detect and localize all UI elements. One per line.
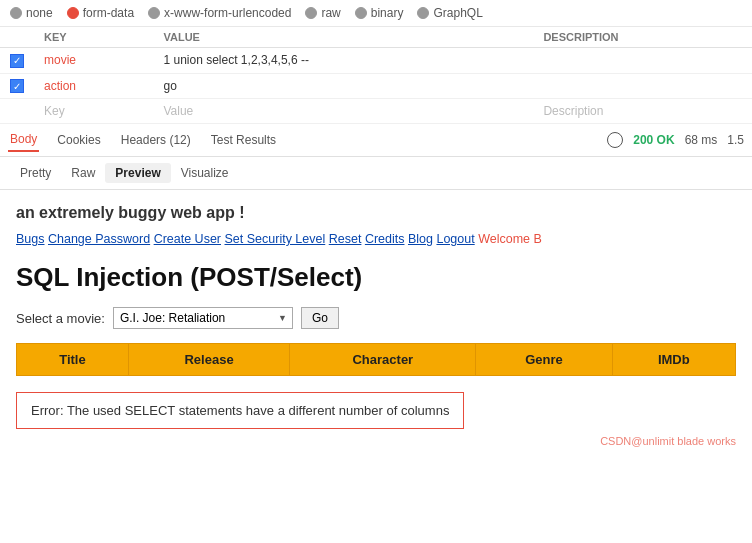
movie-select[interactable]: G.I. Joe: Retaliation [113, 307, 293, 329]
results-table: Title Release Character Genre IMDb [16, 343, 736, 376]
nav-link-credits[interactable]: Credits [365, 232, 405, 246]
tab-headers[interactable]: Headers (12) [119, 129, 193, 151]
col-header-description: DESCRIPTION [533, 27, 752, 48]
row1-checkbox-cell[interactable]: ✓ [0, 48, 34, 74]
table-row: ✓ movie 1 union select 1,2,3,4,5,6 -- [0, 48, 752, 74]
sub-tab-row: Pretty Raw Preview Visualize [0, 157, 752, 190]
col-header-check [0, 27, 34, 48]
go-button[interactable]: Go [301, 307, 339, 329]
nav-link-change-password[interactable]: Change Password [48, 232, 150, 246]
select-row: Select a movie: G.I. Joe: Retaliation Go [16, 307, 736, 329]
radio-none[interactable]: none [10, 6, 53, 20]
tab-cookies[interactable]: Cookies [55, 129, 102, 151]
params-table: KEY VALUE DESCRIPTION ✓ movie 1 union se… [0, 27, 752, 124]
response-status: 200 OK 68 ms 1.5 [607, 132, 744, 148]
radio-label-none: none [26, 6, 53, 20]
radio-urlencoded[interactable]: x-www-form-urlencoded [148, 6, 291, 20]
table-row: ✓ action go [0, 73, 752, 99]
sub-tab-raw[interactable]: Raw [61, 163, 105, 183]
results-col-imdb: IMDb [612, 344, 735, 376]
results-col-genre: Genre [476, 344, 612, 376]
radio-label-urlencoded: x-www-form-urlencoded [164, 6, 291, 20]
radio-label-raw: raw [321, 6, 340, 20]
response-tab-row: Body Cookies Headers (12) Test Results 2… [0, 124, 752, 157]
radio-graphql[interactable]: GraphQL [417, 6, 482, 20]
radio-label-binary: binary [371, 6, 404, 20]
results-col-character: Character [290, 344, 476, 376]
row1-key[interactable]: movie [34, 48, 153, 74]
row2-checkbox-cell[interactable]: ✓ [0, 73, 34, 99]
row2-value[interactable]: go [153, 73, 533, 99]
error-box: Error: The used SELECT statements have a… [16, 392, 464, 429]
row1-value[interactable]: 1 union select 1,2,3,4,5,6 -- [153, 48, 533, 74]
nav-links: Bugs Change Password Create User Set Sec… [16, 232, 736, 246]
placeholder-value[interactable]: Value [153, 99, 533, 124]
radio-label-form-data: form-data [83, 6, 134, 20]
table-row-placeholder: Key Value Description [0, 99, 752, 124]
radio-raw[interactable]: raw [305, 6, 340, 20]
select-movie-label: Select a movie: [16, 311, 105, 326]
radio-dot-none [10, 7, 22, 19]
select-wrapper: G.I. Joe: Retaliation [113, 307, 293, 329]
col-header-key: KEY [34, 27, 153, 48]
body-type-selector: none form-data x-www-form-urlencoded raw… [0, 0, 752, 27]
nav-link-logout[interactable]: Logout [436, 232, 474, 246]
row2-key[interactable]: action [34, 73, 153, 99]
placeholder-key[interactable]: Key [34, 99, 153, 124]
nav-link-bugs[interactable]: Bugs [16, 232, 45, 246]
row1-description[interactable] [533, 48, 752, 74]
watermark: CSDN@unlimit blade works [16, 435, 736, 447]
radio-dot-raw [305, 7, 317, 19]
sub-tab-pretty[interactable]: Pretty [10, 163, 61, 183]
nav-link-security-level[interactable]: Set Security Level [225, 232, 326, 246]
radio-dot-graphql [417, 7, 429, 19]
results-col-release: Release [128, 344, 289, 376]
col-header-value: VALUE [153, 27, 533, 48]
status-code: 200 OK [633, 133, 674, 147]
radio-form-data[interactable]: form-data [67, 6, 134, 20]
nav-welcome: Welcome B [478, 232, 542, 246]
nav-link-create-user[interactable]: Create User [154, 232, 221, 246]
preview-content: an extremely buggy web app ! Bugs Change… [0, 190, 752, 461]
tab-test-results[interactable]: Test Results [209, 129, 278, 151]
results-col-title: Title [17, 344, 129, 376]
globe-icon [607, 132, 623, 148]
tab-body[interactable]: Body [8, 128, 39, 152]
app-title: an extremely buggy web app ! [16, 204, 736, 222]
sub-tab-visualize[interactable]: Visualize [171, 163, 239, 183]
radio-label-graphql: GraphQL [433, 6, 482, 20]
status-size: 1.5 [727, 133, 744, 147]
sub-tab-preview[interactable]: Preview [105, 163, 170, 183]
radio-dot-binary [355, 7, 367, 19]
nav-link-reset[interactable]: Reset [329, 232, 362, 246]
radio-dot-urlencoded [148, 7, 160, 19]
row2-checkbox[interactable]: ✓ [10, 79, 24, 93]
status-time: 68 ms [685, 133, 718, 147]
page-heading: SQL Injection (POST/Select) [16, 262, 736, 293]
radio-binary[interactable]: binary [355, 6, 404, 20]
row1-checkbox[interactable]: ✓ [10, 54, 24, 68]
placeholder-check [0, 99, 34, 124]
row2-description[interactable] [533, 73, 752, 99]
placeholder-description[interactable]: Description [533, 99, 752, 124]
nav-link-blog[interactable]: Blog [408, 232, 433, 246]
radio-dot-form-data [67, 7, 79, 19]
